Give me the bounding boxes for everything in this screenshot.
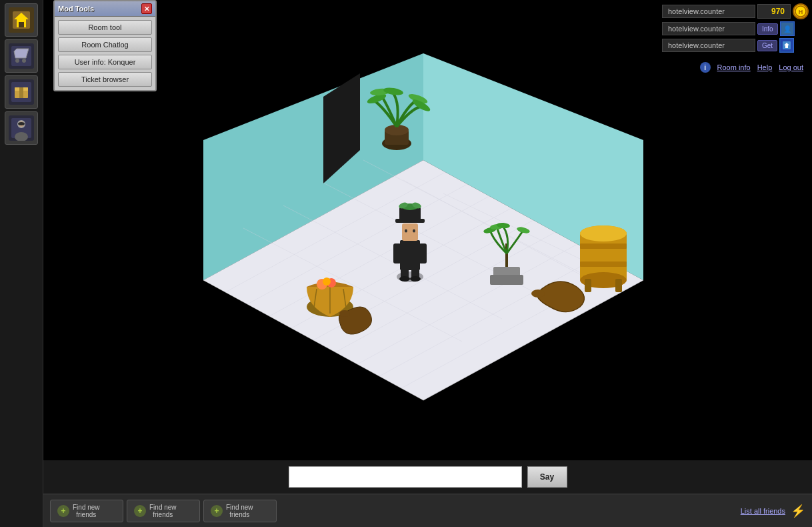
mod-tools-close-button[interactable]: ✕ [141, 3, 152, 14]
user-info-button[interactable]: User info: Konquer [58, 55, 152, 69]
svg-rect-94 [585, 279, 591, 292]
get-button[interactable]: Get [757, 40, 777, 51]
iso-room-svg [97, 53, 697, 427]
sidebar [0, 0, 43, 527]
svg-text:👤: 👤 [783, 25, 792, 33]
avatar-sidebar-icon[interactable] [5, 111, 38, 145]
mod-tools-panel: Mod Tools ✕ Room tool Room Chatlog User … [53, 0, 157, 91]
home-icon[interactable] [5, 3, 38, 37]
top-hud: hotelview.counter 970 H hotelview.counte… [662, 3, 809, 53]
room-chatlog-button[interactable]: Room Chatlog [58, 37, 152, 52]
svg-point-63 [410, 276, 421, 282]
svg-point-93 [580, 225, 627, 241]
find-friends-label-1: Find newfriends [73, 504, 100, 518]
get-row: hotelview.counter Get [662, 38, 809, 53]
info-icon: 👤 [780, 21, 795, 36]
svg-point-70 [405, 229, 407, 233]
find-friends-label-2: Find newfriends [149, 504, 177, 518]
hud-username-credits: hotelview.counter [662, 5, 755, 18]
svg-rect-58 [393, 243, 401, 264]
svg-rect-59 [419, 243, 427, 264]
logout-link[interactable]: Log out [779, 63, 803, 71]
room-tool-button[interactable]: Room tool [58, 20, 152, 35]
lightning-icon: ⚡ [791, 504, 805, 518]
svg-rect-91 [580, 243, 627, 249]
svg-point-78 [323, 278, 331, 286]
svg-rect-12 [19, 87, 23, 98]
bottom-bar: + Find newfriends + Find newfriends + Fi… [43, 494, 812, 527]
ticket-browser-button[interactable]: Ticket browser [58, 72, 152, 87]
hud-coin-icon: H [793, 3, 809, 19]
room-info-icon: i [700, 62, 711, 73]
svg-rect-3 [19, 22, 24, 27]
hud-credits-value: 970 [757, 4, 791, 19]
cart-icon[interactable] [5, 39, 38, 73]
list-all-friends-link[interactable]: List all friends [741, 507, 785, 515]
svg-text:H: H [799, 9, 803, 15]
svg-rect-18 [18, 122, 25, 125]
svg-point-7 [22, 59, 26, 63]
help-link[interactable]: Help [757, 63, 773, 71]
find-friends-icon-2: + [134, 505, 146, 517]
svg-rect-92 [580, 261, 627, 267]
find-friends-icon-3: + [211, 505, 223, 517]
get-icon [779, 38, 794, 53]
hud-username-info: hotelview.counter [662, 22, 755, 35]
box-icon[interactable] [5, 75, 38, 109]
svg-rect-81 [490, 275, 523, 285]
find-friends-icon-1: + [57, 505, 69, 517]
say-button[interactable]: Say [527, 466, 567, 488]
svg-point-87 [531, 290, 545, 298]
svg-point-71 [413, 229, 415, 233]
find-friends-button-1[interactable]: + Find newfriends [50, 500, 123, 522]
mod-tools-body: Room tool Room Chatlog User info: Konque… [55, 17, 155, 90]
credits-row: hotelview.counter 970 H [662, 3, 809, 19]
find-friends-label-3: Find newfriends [226, 504, 253, 518]
svg-rect-57 [400, 240, 420, 270]
hud-username-get: hotelview.counter [662, 39, 755, 52]
info-button[interactable]: Info [757, 23, 778, 35]
svg-rect-64 [402, 223, 418, 241]
chat-area: Say [43, 460, 812, 494]
room-info-link[interactable]: Room info [717, 63, 751, 71]
svg-rect-95 [615, 279, 622, 292]
chat-input[interactable] [289, 466, 522, 488]
svg-point-6 [15, 59, 19, 63]
svg-point-79 [339, 310, 350, 317]
svg-point-62 [399, 276, 410, 282]
info-row: hotelview.counter Info 👤 [662, 21, 809, 36]
room-info-bar: i Room info Help Log out [695, 60, 809, 75]
mod-tools-header: Mod Tools ✕ [55, 1, 155, 17]
mod-tools-title: Mod Tools [58, 5, 94, 13]
find-friends-button-2[interactable]: + Find newfriends [127, 500, 200, 522]
find-friends-button-3[interactable]: + Find newfriends [203, 500, 277, 522]
